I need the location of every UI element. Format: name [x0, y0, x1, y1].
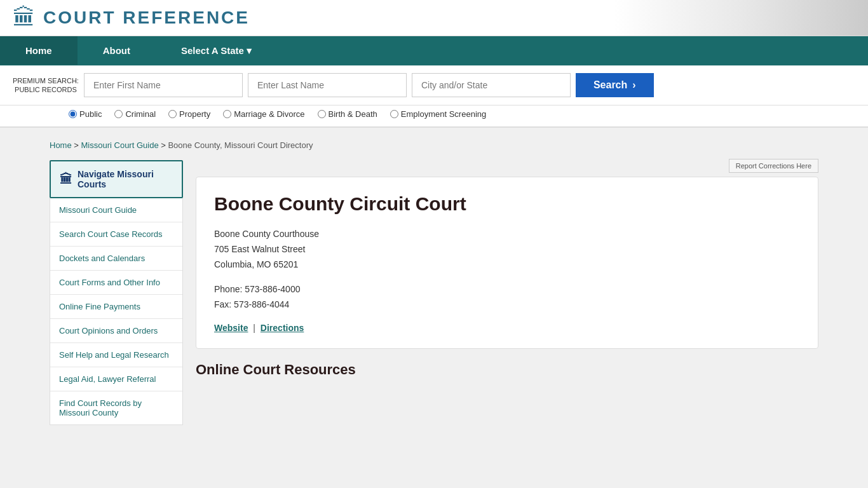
court-card: Boone County Circuit Court Boone County …	[196, 177, 818, 349]
court-links: Website | Directions	[214, 323, 800, 333]
nav-item-select-state[interactable]: Select A State ▾	[156, 36, 277, 65]
breadcrumb: Home > Missouri Court Guide > Boone Coun…	[43, 140, 825, 150]
sidebar-item-search-records[interactable]: Search Court Case Records	[50, 222, 182, 247]
nav-item-home[interactable]: Home	[0, 36, 78, 65]
radio-birth-death[interactable]: Birth & Death	[318, 109, 377, 119]
court-icon: 🏛	[60, 172, 72, 187]
sidebar-item-fine-payments[interactable]: Online Fine Payments	[50, 295, 182, 319]
court-name: Boone County Circuit Court	[214, 193, 800, 215]
sidebar-nav: Missouri Court Guide Search Court Case R…	[50, 198, 183, 425]
address-line3: Columbia, MO 65201	[214, 259, 298, 269]
radio-employment[interactable]: Employment Screening	[390, 109, 486, 119]
sidebar-item-opinions[interactable]: Court Opinions and Orders	[50, 319, 182, 343]
online-resources-title: Online Court Resources	[196, 362, 818, 378]
address-line2: 705 East Walnut Street	[214, 244, 305, 254]
radio-marriage-divorce[interactable]: Marriage & Divorce	[223, 109, 304, 119]
sidebar-item-find-records[interactable]: Find Court Records by Missouri County	[50, 391, 182, 424]
logo-area: 🏛 COURT REFERENCE	[13, 6, 250, 29]
court-directions-link[interactable]: Directions	[261, 323, 304, 333]
radio-public[interactable]: Public	[69, 109, 102, 119]
premium-label: PREMIUM SEARCH: PUBLIC RECORDS	[13, 76, 79, 95]
main-wrapper: Home > Missouri Court Guide > Boone Coun…	[43, 128, 825, 438]
link-separator: |	[253, 323, 255, 333]
court-phone: Phone: 573-886-4000	[214, 284, 300, 294]
content-layout: 🏛 Navigate Missouri Courts Missouri Cour…	[43, 160, 825, 425]
nav-link-about[interactable]: About	[78, 36, 156, 65]
address-line1: Boone County Courthouse	[214, 229, 319, 239]
sidebar-title-text: Navigate Missouri Courts	[78, 169, 173, 189]
sidebar-item-self-help[interactable]: Self Help and Legal Research	[50, 343, 182, 367]
nav-link-home[interactable]: Home	[0, 36, 78, 65]
logo-text: COURT REFERENCE	[43, 8, 250, 28]
breadcrumb-current: Boone County, Missouri Court Directory	[168, 140, 313, 150]
main-nav: Home About Select A State ▾	[0, 36, 868, 65]
search-arrow-icon: ›	[632, 79, 635, 91]
city-state-input[interactable]	[412, 73, 571, 97]
radio-property[interactable]: Property	[168, 109, 210, 119]
breadcrumb-home[interactable]: Home	[50, 140, 72, 150]
nav-link-select-state[interactable]: Select A State ▾	[156, 36, 277, 65]
nav-item-about[interactable]: About	[78, 36, 156, 65]
search-label: Search	[593, 79, 627, 91]
sidebar-item-legal-aid[interactable]: Legal Aid, Lawyer Referral	[50, 367, 182, 391]
sidebar-item-court-guide[interactable]: Missouri Court Guide	[50, 198, 182, 222]
court-address: Boone County Courthouse 705 East Walnut …	[214, 227, 800, 272]
breadcrumb-state-guide[interactable]: Missouri Court Guide	[81, 140, 159, 150]
sidebar: 🏛 Navigate Missouri Courts Missouri Cour…	[50, 160, 183, 425]
search-bar: PREMIUM SEARCH: PUBLIC RECORDS Search ›	[0, 65, 868, 105]
court-fax: Fax: 573-886-4044	[214, 299, 289, 309]
report-corrections-button[interactable]: Report Corrections Here	[729, 159, 818, 173]
main-content: Report Corrections Here Boone County Cir…	[196, 160, 818, 425]
sidebar-title: 🏛 Navigate Missouri Courts	[50, 160, 183, 198]
radio-criminal[interactable]: Criminal	[114, 109, 156, 119]
last-name-input[interactable]	[248, 73, 407, 97]
court-contact: Phone: 573-886-4000 Fax: 573-886-4044	[214, 282, 800, 313]
sidebar-item-court-forms[interactable]: Court Forms and Other Info	[50, 271, 182, 295]
logo-icon: 🏛	[13, 6, 36, 29]
first-name-input[interactable]	[84, 73, 243, 97]
site-header: 🏛 COURT REFERENCE	[0, 0, 868, 36]
record-type-options: Public Criminal Property Marriage & Divo…	[0, 105, 868, 128]
court-website-link[interactable]: Website	[214, 323, 248, 333]
sidebar-item-dockets[interactable]: Dockets and Calendars	[50, 247, 182, 271]
search-button[interactable]: Search ›	[576, 73, 654, 97]
report-corrections-area: Report Corrections Here	[196, 160, 818, 170]
